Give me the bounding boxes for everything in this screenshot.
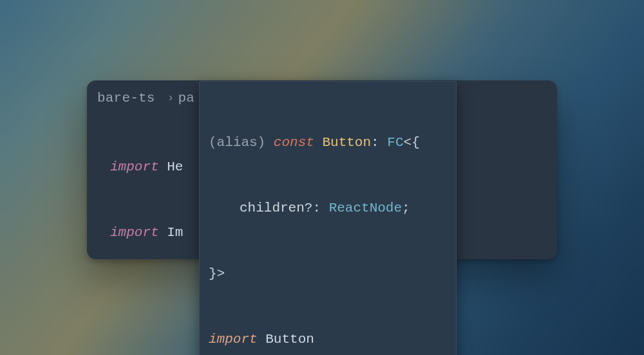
- hover-tooltip[interactable]: (alias) const Button: FC<{ children?: Re…: [199, 81, 457, 355]
- keyword-import: import: [110, 159, 159, 174]
- code-text: He: [159, 159, 184, 174]
- hover-signature-line: }>: [209, 263, 447, 285]
- hover-signature-line: children?: ReactNode;: [209, 197, 447, 219]
- code-text: Im: [159, 225, 184, 240]
- breadcrumb-root[interactable]: bare-ts: [97, 91, 155, 105]
- keyword-import: import: [110, 225, 159, 240]
- breadcrumb-separator-icon: ›: [167, 91, 174, 104]
- breadcrumb[interactable]: bare-ts ›pa: [97, 91, 194, 105]
- breadcrumb-rest[interactable]: pa: [178, 91, 194, 105]
- hover-origin: import Button: [209, 329, 447, 350]
- hover-signature: (alias) const Button: FC<{: [209, 132, 447, 154]
